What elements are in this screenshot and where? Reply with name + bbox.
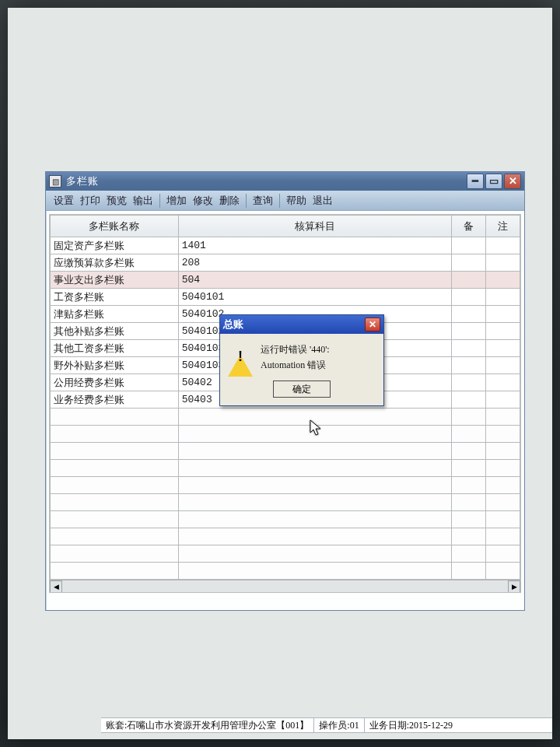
cell-ledger-name[interactable]: 津贴多栏账 <box>51 306 179 323</box>
cell-zhu[interactable] <box>486 272 520 289</box>
cell-bei[interactable] <box>452 391 486 409</box>
cell-ledger-name[interactable]: 业务经费多栏账 <box>51 391 179 409</box>
status-account-label: 账套: <box>106 719 127 732</box>
table-header-row: 多栏账名称 核算科目 备 注 <box>51 216 520 237</box>
toolbar-separator <box>279 194 280 208</box>
table-row[interactable]: 固定资产多栏账1401 <box>51 237 520 254</box>
cell-subject-code[interactable]: 5040101 <box>178 289 451 306</box>
menu-help[interactable]: 帮助 <box>286 194 306 208</box>
status-operator: 操作员: 01 <box>314 718 364 732</box>
table-row[interactable]: 事业支出多栏账504 <box>51 272 520 289</box>
cell-bei[interactable] <box>452 254 486 272</box>
table-row[interactable] <box>51 545 520 563</box>
dialog-title: 总账 <box>223 317 365 331</box>
cell-subject-code[interactable]: 208 <box>178 254 451 272</box>
cell-bei[interactable] <box>452 357 486 374</box>
cell-zhu[interactable] <box>486 306 520 323</box>
cell-ledger-name[interactable]: 其他工资多栏账 <box>51 340 179 357</box>
status-operator-value: 01 <box>350 720 359 731</box>
cell-ledger-name[interactable]: 其他补贴多栏账 <box>51 323 179 340</box>
status-bar: 账套: 石嘴山市水资源开发利用管理办公室【001】 操作员: 01 业务日期: … <box>101 717 552 733</box>
status-date-label: 业务日期: <box>369 719 409 732</box>
menu-exit[interactable]: 退出 <box>313 194 333 208</box>
ok-button[interactable]: 确定 <box>273 381 331 398</box>
table-row[interactable] <box>51 494 520 511</box>
dialog-message-line2: Automation 错误 <box>261 357 330 373</box>
error-dialog: 总账 ✕ 运行时错误 '440': Automation 错误 确定 <box>219 314 384 406</box>
menu-add[interactable]: 增加 <box>166 194 187 208</box>
toolbar-separator <box>246 194 247 208</box>
maximize-button[interactable]: ▭ <box>485 174 502 189</box>
desktop-area: ▧ 多栏账 ━ ▭ ✕ 设置 打印 预览 输出 增加 修改 删除 查询 帮助 退… <box>8 8 552 739</box>
cell-bei[interactable] <box>452 237 486 254</box>
cell-bei[interactable] <box>452 289 486 306</box>
cell-subject-code[interactable]: 504 <box>178 272 451 289</box>
table-row[interactable] <box>51 426 520 443</box>
window-titlebar[interactable]: ▧ 多栏账 ━ ▭ ✕ <box>46 172 524 191</box>
cell-subject-code[interactable]: 1401 <box>178 237 451 254</box>
dialog-close-button[interactable]: ✕ <box>365 317 380 331</box>
table-row[interactable] <box>51 409 520 426</box>
cell-ledger-name[interactable]: 工资多栏账 <box>51 289 179 306</box>
menu-settings[interactable]: 设置 <box>54 194 74 208</box>
cell-zhu[interactable] <box>486 340 520 357</box>
status-date: 业务日期: 2015-12-29 <box>365 718 457 732</box>
dialog-message: 运行时错误 '440': Automation 错误 <box>261 342 330 373</box>
menu-preview[interactable]: 预览 <box>107 194 127 208</box>
cell-zhu[interactable] <box>486 289 520 306</box>
menu-query[interactable]: 查询 <box>253 194 273 208</box>
dialog-titlebar[interactable]: 总账 ✕ <box>220 315 383 334</box>
table-row[interactable] <box>51 511 520 528</box>
cell-bei[interactable] <box>452 340 486 357</box>
status-account: 账套: 石嘴山市水资源开发利用管理办公室【001】 <box>101 718 314 732</box>
col-subject[interactable]: 核算科目 <box>178 216 451 237</box>
col-zhu[interactable]: 注 <box>486 216 520 237</box>
table-row[interactable]: 工资多栏账5040101 <box>51 289 520 306</box>
table-row[interactable] <box>51 563 520 580</box>
cell-bei[interactable] <box>452 374 486 391</box>
cell-zhu[interactable] <box>486 357 520 374</box>
table-row[interactable] <box>51 477 520 494</box>
table-row[interactable] <box>51 460 520 477</box>
status-operator-label: 操作员: <box>319 719 349 732</box>
cell-zhu[interactable] <box>486 323 520 340</box>
dialog-message-line1: 运行时错误 '440': <box>261 342 330 357</box>
col-bei[interactable]: 备 <box>452 216 486 237</box>
cell-ledger-name[interactable]: 事业支出多栏账 <box>51 272 179 289</box>
horizontal-scrollbar[interactable]: ◀ ▶ <box>50 580 520 592</box>
table-row[interactable] <box>51 443 520 460</box>
cell-zhu[interactable] <box>486 391 520 409</box>
cell-ledger-name[interactable]: 固定资产多栏账 <box>51 237 179 254</box>
cell-bei[interactable] <box>452 306 486 323</box>
cell-zhu[interactable] <box>486 254 520 272</box>
table-row[interactable] <box>51 528 520 545</box>
minimize-button[interactable]: ━ <box>467 174 484 189</box>
cell-zhu[interactable] <box>486 237 520 254</box>
cell-ledger-name[interactable]: 应缴预算款多栏账 <box>51 254 179 272</box>
cell-bei[interactable] <box>452 272 486 289</box>
status-account-value: 石嘴山市水资源开发利用管理办公室【001】 <box>127 719 309 732</box>
table-row[interactable]: 应缴预算款多栏账208 <box>51 254 520 272</box>
menu-edit[interactable]: 修改 <box>193 194 213 208</box>
scroll-left-button[interactable]: ◀ <box>50 580 62 593</box>
cell-bei[interactable] <box>452 323 486 340</box>
col-name[interactable]: 多栏账名称 <box>51 216 179 237</box>
status-date-value: 2015-12-29 <box>409 720 453 731</box>
warning-icon <box>228 343 254 366</box>
window-icon: ▧ <box>49 175 61 188</box>
menu-print[interactable]: 打印 <box>80 194 100 208</box>
menu-delete[interactable]: 删除 <box>219 194 240 208</box>
toolbar-separator <box>159 194 160 208</box>
scroll-right-button[interactable]: ▶ <box>508 580 520 593</box>
cell-ledger-name[interactable]: 野外补贴多栏账 <box>51 357 179 374</box>
window-title: 多栏账 <box>66 174 465 188</box>
menu-export[interactable]: 输出 <box>133 194 153 208</box>
cell-ledger-name[interactable]: 公用经费多栏账 <box>51 374 179 391</box>
toolbar: 设置 打印 预览 输出 增加 修改 删除 查询 帮助 退出 <box>46 191 524 211</box>
cell-zhu[interactable] <box>486 374 520 391</box>
close-button[interactable]: ✕ <box>504 174 521 189</box>
